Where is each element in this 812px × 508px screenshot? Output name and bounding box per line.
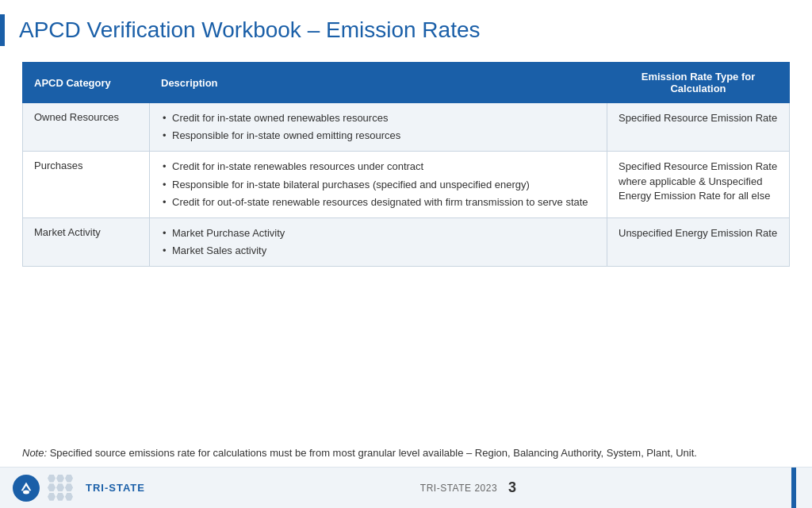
svg-point-1 xyxy=(23,490,29,494)
description-item: Credit for out-of-state renewable resour… xyxy=(161,195,596,210)
cell-category: Owned Resources xyxy=(23,103,150,152)
emission-rates-table: APCD Category Description Emission Rate … xyxy=(22,62,790,267)
footer-page-number: 3 xyxy=(508,479,516,496)
footer: TRI-STATE TRI-STATE 2023 3 xyxy=(0,467,812,508)
description-item: Credit for in-state renewables resources… xyxy=(161,160,596,174)
footer-logo-text: TRI-STATE xyxy=(86,482,145,494)
footer-right: TRI-STATE 2023 3 xyxy=(420,479,516,496)
col-header-category: APCD Category xyxy=(23,63,150,103)
description-item: Responsible for in-state owned emitting … xyxy=(161,129,596,143)
description-item: Market Sales activity xyxy=(161,244,596,258)
table-header-row: APCD Category Description Emission Rate … xyxy=(23,63,790,103)
note-text: Specified source emissions rate for calc… xyxy=(47,447,697,459)
note-section: Note: Specified source emissions rate fo… xyxy=(0,436,812,468)
header: APCD Verification Workbook – Emission Ra… xyxy=(0,0,812,54)
description-item: Market Purchase Activity xyxy=(161,226,596,241)
page-title: APCD Verification Workbook – Emission Ra… xyxy=(19,14,481,46)
table-wrapper: APCD Category Description Emission Rate … xyxy=(0,62,812,436)
logo-pattern xyxy=(48,475,79,502)
table-row: Owned ResourcesCredit for in-state owned… xyxy=(23,103,790,152)
cell-emission-rate: Specified Resource Emission Rate xyxy=(607,103,790,152)
logo-icon xyxy=(13,475,40,502)
cell-category: Market Activity xyxy=(23,217,150,266)
table-row: Market ActivityMarket Purchase ActivityM… xyxy=(23,217,790,266)
cell-category: Purchases xyxy=(23,152,150,218)
col-header-description: Description xyxy=(150,63,607,103)
footer-year: TRI-STATE 2023 xyxy=(420,483,497,494)
cell-emission-rate: Specified Resource Emission Rate where a… xyxy=(607,152,790,218)
header-accent-bar xyxy=(0,14,5,46)
description-item: Credit for in-state owned renewables res… xyxy=(161,111,596,125)
col-header-emission-rate: Emission Rate Type for Calculation xyxy=(607,63,790,103)
description-item: Responsible for in-state bilateral purch… xyxy=(161,178,596,192)
table-row: PurchasesCredit for in-state renewables … xyxy=(23,152,790,218)
page-container: APCD Verification Workbook – Emission Ra… xyxy=(0,0,812,508)
footer-logo: TRI-STATE xyxy=(13,475,145,502)
note-label: Note: xyxy=(22,447,47,459)
cell-description: Credit for in-state renewables resources… xyxy=(150,152,607,218)
cell-description: Credit for in-state owned renewables res… xyxy=(150,103,607,152)
tristate-logo-svg xyxy=(17,479,35,497)
cell-emission-rate: Unspecified Energy Emission Rate xyxy=(607,217,790,266)
footer-accent-bar xyxy=(791,468,796,509)
cell-description: Market Purchase ActivityMarket Sales act… xyxy=(150,217,607,266)
